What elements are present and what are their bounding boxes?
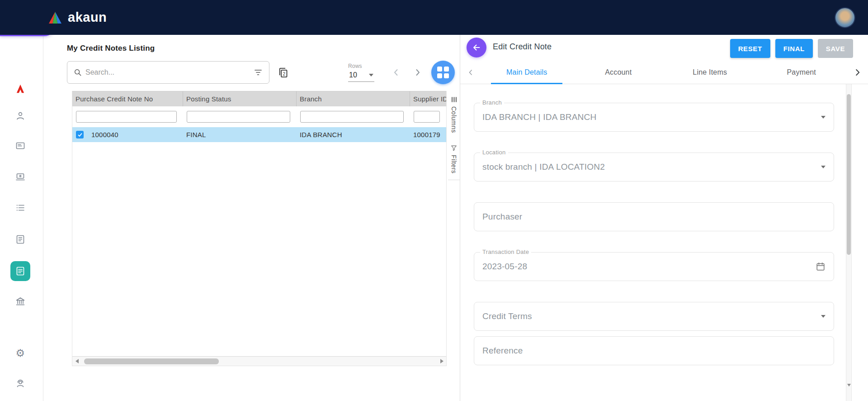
table-side-tools: Columns Filters: [448, 91, 460, 180]
search-filter-button[interactable]: [254, 68, 263, 77]
sidebar-item-settings[interactable]: ⚙: [10, 343, 30, 363]
transaction-date-field[interactable]: Transaction Date 2023-05-28: [474, 252, 834, 281]
scroll-left-button[interactable]: [72, 357, 81, 366]
filter-input-branch[interactable]: [300, 111, 404, 123]
grid-view-button[interactable]: [431, 61, 455, 84]
table-header-row: Purchase Credit Note No Posting Status B…: [72, 91, 446, 106]
sidebar-item-contacts[interactable]: [10, 106, 30, 126]
column-header-supplier-id[interactable]: Supplier ID: [410, 91, 446, 106]
app-root: akaun: [0, 0, 868, 401]
columns-icon: [451, 96, 457, 103]
column-header-branch[interactable]: Branch: [297, 91, 410, 106]
reference-field[interactable]: Reference: [474, 336, 834, 365]
svg-text:2: 2: [283, 71, 286, 76]
credit-note-icon: [15, 266, 26, 277]
credit-terms-placeholder: Credit Terms: [482, 311, 532, 321]
credit-notes-table: Purchase Credit Note No Posting Status B…: [72, 91, 447, 366]
grid-icon: [437, 67, 442, 72]
tabs-scroll-right-button[interactable]: [847, 61, 868, 84]
check-icon: [77, 132, 83, 138]
final-button[interactable]: FINAL: [775, 39, 813, 58]
cell-posting-status: FINAL: [183, 127, 297, 142]
save-button[interactable]: SAVE: [818, 39, 853, 58]
row-checkbox[interactable]: [76, 131, 84, 138]
table-row[interactable]: 1000040 FINAL IDA BRANCH 1000179: [72, 127, 446, 142]
tab-main-details[interactable]: Main Details: [481, 61, 573, 84]
triangle-right-icon: [440, 359, 443, 363]
filter-list-icon: [254, 68, 263, 77]
filter-input-purchase-credit-note-no[interactable]: [76, 111, 177, 123]
reset-button[interactable]: RESET: [730, 39, 770, 58]
sidebar-item-ledger[interactable]: [10, 229, 30, 249]
columns-tool[interactable]: Columns: [450, 91, 458, 139]
table-empty-area: [72, 142, 446, 356]
credit-terms-select[interactable]: Credit Terms: [474, 302, 834, 331]
sidebar-item-bank[interactable]: [10, 291, 30, 311]
cell-purchase-credit-note-no: 1000040: [91, 131, 118, 138]
search-icon: [74, 68, 82, 76]
scroll-down-button[interactable]: [847, 384, 851, 387]
reference-placeholder: Reference: [482, 346, 523, 356]
user-avatar[interactable]: [835, 7, 855, 28]
calendar-icon: [816, 262, 826, 272]
akaun-logo[interactable]: akaun: [47, 10, 107, 25]
horizontal-scrollbar[interactable]: [72, 356, 446, 366]
main-details-form: Branch IDA BRANCH | IDA BRANCH Location …: [460, 84, 868, 401]
tab-account[interactable]: Account: [573, 61, 665, 84]
search-box: [67, 61, 269, 84]
tab-payment[interactable]: Payment: [756, 61, 848, 84]
back-button[interactable]: [467, 38, 486, 57]
sidebar-item-pos[interactable]: [10, 167, 30, 187]
hscroll-thumb[interactable]: [84, 358, 219, 364]
edit-credit-note-panel: Edit Credit Note RESET FINAL SAVE Main D…: [460, 35, 868, 401]
columns-label: Columns: [450, 106, 458, 133]
location-select[interactable]: Location stock branch | IDA LOCATION2: [474, 153, 834, 181]
purchaser-field[interactable]: Purchaser: [474, 202, 834, 231]
user-icon: [15, 110, 26, 121]
listing-title: My Credit Notes Listing: [67, 44, 460, 53]
scroll-right-button[interactable]: [437, 357, 446, 366]
sidebar-item-invoices[interactable]: [10, 136, 30, 156]
detail-list-icon: [15, 202, 26, 213]
editor-header: Edit Credit Note RESET FINAL SAVE: [460, 35, 868, 61]
chevron-down-icon: [821, 315, 826, 318]
tabs-scroll-left-button[interactable]: [460, 61, 481, 84]
filter-input-supplier-id[interactable]: [414, 111, 440, 123]
listing-toolbar: 2 Rows 10: [67, 61, 455, 84]
tab-line-items[interactable]: Line Items: [664, 61, 756, 84]
sidebar-item-acrobat[interactable]: [10, 79, 30, 99]
previous-page-button[interactable]: [391, 67, 401, 78]
sidebar-item-credit-notes[interactable]: [10, 261, 30, 281]
vertical-scrollbar[interactable]: [846, 84, 852, 401]
calendar-button[interactable]: [816, 262, 826, 272]
chevron-down-icon: [821, 116, 826, 119]
hscroll-track[interactable]: [81, 357, 437, 366]
triangle-left-icon: [75, 359, 79, 363]
copy-pages-icon: 2: [277, 67, 289, 79]
arrow-left-icon: [472, 43, 481, 53]
duplicate-page-button[interactable]: 2: [277, 67, 289, 79]
sidebar-item-support[interactable]: [10, 373, 30, 393]
acrobat-icon: [14, 83, 26, 95]
search-input[interactable]: [85, 68, 250, 76]
chevron-down-icon: [821, 166, 826, 168]
filter-input-posting-status[interactable]: [187, 111, 290, 123]
next-page-button[interactable]: [412, 67, 423, 78]
column-header-purchase-credit-note-no[interactable]: Purchase Credit Note No: [72, 91, 183, 106]
akaun-logo-icon: [47, 11, 63, 24]
vscroll-thumb[interactable]: [847, 94, 851, 255]
location-label: Location: [480, 149, 508, 156]
branch-label: Branch: [480, 99, 504, 106]
branch-select[interactable]: Branch IDA BRANCH | IDA BRANCH: [474, 103, 834, 132]
location-value: stock branch | IDA LOCATION2: [482, 162, 605, 172]
credit-notes-listing-panel: My Credit Notes Listing 2: [43, 35, 460, 401]
chevron-right-icon: [853, 67, 863, 77]
rows-value: 10: [349, 71, 357, 79]
column-header-posting-status[interactable]: Posting Status: [183, 91, 297, 106]
filters-tool[interactable]: Filters: [450, 139, 458, 180]
sidebar-item-listing[interactable]: [10, 198, 30, 218]
rows-per-page-select[interactable]: Rows 10: [348, 63, 380, 82]
sidebar: ⚙: [0, 35, 43, 401]
editor-title: Edit Credit Note: [493, 42, 552, 52]
editor-actions: RESET FINAL SAVE: [730, 39, 853, 58]
